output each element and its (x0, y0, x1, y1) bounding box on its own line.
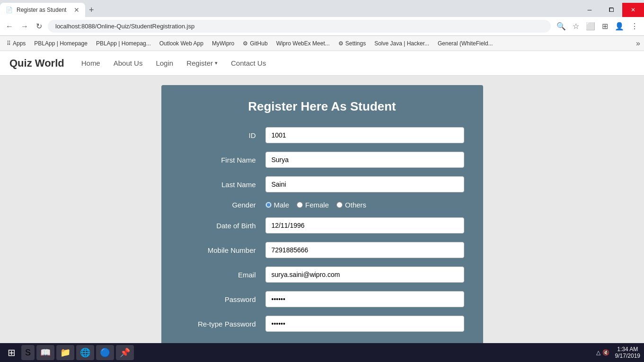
gender-others-option[interactable]: Others (336, 201, 366, 209)
taskbar-app-extra[interactable]: 🔵 (96, 345, 114, 360)
taskbar: ⊞ S 📖 📁 🌐 🔵 📌 △ 🔇 1:34 AM 9/17/2019 (0, 343, 644, 362)
gender-male-radio[interactable] (265, 202, 272, 208)
star-icon[interactable]: ☆ (571, 20, 581, 33)
nav-register[interactable]: Register (181, 56, 223, 70)
bookmark-label: MyWipro (212, 40, 234, 47)
sublime-icon: S (25, 348, 31, 358)
bookmark-wipro-webex[interactable]: Wipro WebEx Meet... (273, 39, 333, 48)
close-button[interactable]: ✕ (622, 3, 644, 17)
minimize-button[interactable]: ─ (579, 3, 600, 17)
profile-icon[interactable]: 👤 (613, 20, 626, 33)
reload-button[interactable]: ↻ (34, 20, 44, 33)
taskbar-app-pin[interactable]: 📌 (116, 345, 134, 360)
taskbar-app-book[interactable]: 📖 (36, 345, 54, 360)
windows-icon[interactable]: ⊞ (600, 20, 610, 33)
firstname-label: First Name (180, 156, 265, 164)
bookmark-label: PBLApp | Homepage (34, 40, 88, 47)
dob-label: Date of Birth (180, 222, 265, 230)
app-brand: Quiz World (9, 57, 64, 69)
window-controls: ─ ⧠ ✕ (579, 3, 644, 17)
nav-contact[interactable]: Contact Us (225, 56, 272, 70)
bookmark-label: Outlook Web App (159, 40, 203, 47)
mobile-input[interactable] (265, 242, 464, 258)
taskbar-app-explorer[interactable]: 📁 (56, 345, 74, 360)
password-label: Password (180, 295, 265, 303)
gender-female-radio[interactable] (297, 202, 303, 208)
form-row-firstname: First Name (180, 152, 464, 168)
maximize-button[interactable]: ⧠ (600, 3, 622, 17)
start-button[interactable]: ⊞ (4, 345, 19, 360)
chrome-icon: 🌐 (80, 347, 90, 358)
nav-links: Home About Us Login Register Contact Us (76, 56, 272, 70)
tab-favicon: 📄 (6, 7, 13, 13)
bookmark-pblapp2[interactable]: PBLApp | Homepag... (93, 39, 154, 48)
email-label: Email (180, 271, 265, 279)
dob-input[interactable] (265, 217, 464, 233)
github-icon: ⚙ (243, 40, 248, 47)
bookmark-label: General (WhiteField... (438, 40, 493, 47)
gender-options: Male Female Others (265, 201, 367, 209)
id-input[interactable] (265, 127, 464, 143)
bookmark-label: Apps (13, 40, 26, 47)
bookmark-pblapp1[interactable]: PBLApp | Homepage (31, 39, 90, 48)
bookmark-label: Solve Java | Hacker... (374, 40, 429, 47)
app-navbar: Quiz World Home About Us Login Register … (0, 51, 644, 76)
search-icon[interactable]: 🔍 (555, 20, 568, 33)
nav-about[interactable]: About Us (108, 56, 149, 70)
retype-password-label: Re-type Password (180, 320, 265, 328)
mobile-label: Mobile Number (180, 246, 265, 254)
apps-icon: ⠿ (7, 40, 11, 47)
form-row-lastname: Last Name (180, 176, 464, 192)
lastname-input[interactable] (265, 176, 464, 192)
url-input[interactable] (48, 20, 551, 33)
form-row-mobile: Mobile Number (180, 242, 464, 258)
book-icon: 📖 (40, 347, 51, 358)
password-input[interactable] (265, 291, 464, 307)
nav-home[interactable]: Home (76, 56, 106, 70)
new-tab-button[interactable]: + (85, 5, 98, 15)
lastname-label: Last Name (180, 181, 265, 189)
bookmark-settings[interactable]: ⚙ Settings (335, 39, 369, 48)
gender-others-radio[interactable] (336, 202, 343, 208)
explorer-icon: 📁 (60, 347, 71, 358)
menu-icon[interactable]: ⋮ (629, 20, 640, 33)
gender-male-option[interactable]: Male (265, 201, 290, 209)
email-input[interactable] (265, 267, 464, 283)
bookmarks-bar: ⠿ Apps PBLApp | Homepage PBLApp | Homepa… (0, 36, 644, 51)
bookmark-general[interactable]: General (WhiteField... (435, 39, 496, 48)
settings-icon: ⚙ (338, 40, 344, 47)
bookmarks-more-button[interactable]: » (636, 39, 640, 48)
registration-form-container: Register Here As Student ID First Name L… (161, 85, 483, 362)
nav-login[interactable]: Login (150, 56, 179, 70)
browser-tab[interactable]: 📄 Register as Student ✕ (0, 3, 85, 17)
form-row-dob: Date of Birth (180, 217, 464, 233)
bookmark-github[interactable]: ⚙ GitHub (240, 39, 270, 48)
back-button[interactable]: ← (4, 20, 15, 33)
tab-title: Register as Student (17, 7, 70, 13)
bookmark-apps[interactable]: ⠿ Apps (4, 39, 28, 48)
form-row-password: Password (180, 291, 464, 307)
bookmark-label: PBLApp | Homepag... (96, 40, 151, 47)
id-label: ID (180, 131, 265, 139)
tab-close-button[interactable]: ✕ (74, 6, 79, 14)
gender-female-option[interactable]: Female (297, 201, 329, 209)
address-bar: ← → ↻ 🔍 ☆ ⬜ ⊞ 👤 ⋮ (0, 17, 644, 36)
bookmark-mywipro[interactable]: MyWipro (209, 39, 237, 48)
toolbar-icons: 🔍 ☆ ⬜ ⊞ 👤 ⋮ (555, 20, 640, 33)
bookmark-outlook[interactable]: Outlook Web App (157, 39, 206, 48)
bookmark-hackerrank[interactable]: Solve Java | Hacker... (371, 39, 432, 48)
taskbar-icons: △ 🔇 (596, 349, 609, 356)
main-content: Register Here As Student ID First Name L… (0, 76, 644, 362)
firstname-input[interactable] (265, 152, 464, 168)
forward-button[interactable]: → (19, 20, 30, 33)
form-title: Register Here As Student (180, 99, 464, 114)
bookmark-label: GitHub (250, 40, 267, 47)
taskbar-app-chrome[interactable]: 🌐 (76, 345, 94, 360)
retype-password-input[interactable] (265, 316, 464, 332)
date: 9/17/2019 (615, 353, 640, 359)
extensions-icon[interactable]: ⬜ (584, 20, 597, 33)
pin-icon: 📌 (120, 347, 130, 358)
taskbar-time: 1:34 AM 9/17/2019 (615, 346, 640, 359)
form-row-email: Email (180, 267, 464, 283)
taskbar-app-sublime[interactable]: S (21, 345, 35, 360)
